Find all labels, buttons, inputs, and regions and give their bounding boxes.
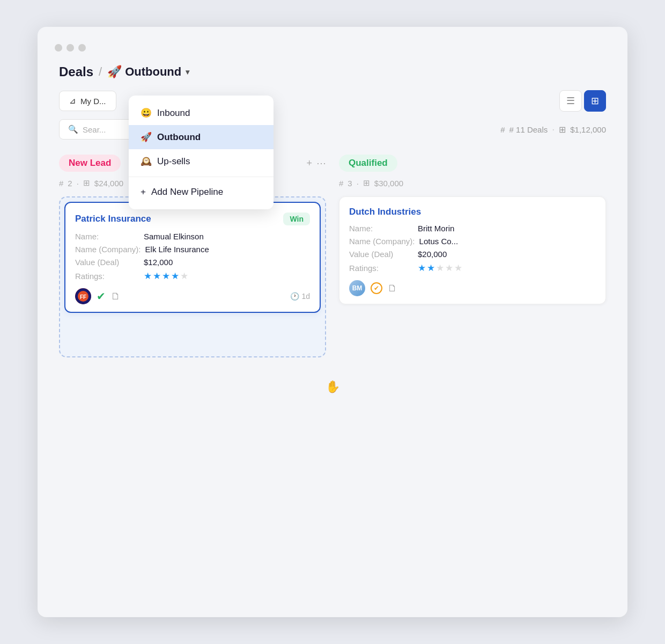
- hash-icon: #: [500, 125, 505, 134]
- dutch-company-field: Name (Company): Lotus Co...: [349, 237, 596, 246]
- outbound-emoji: 🚀: [141, 131, 152, 143]
- inbound-label: Inbound: [157, 108, 190, 119]
- dutch-name-field: Name: Britt Morin: [349, 224, 596, 233]
- tl-close: [55, 44, 62, 52]
- dot-separator: ·: [552, 124, 555, 135]
- new-lead-drag-area: Patrick Insurance Win Name: Samual Elkin…: [59, 196, 326, 357]
- pipeline-dropdown: 😀 Inbound 🚀 Outbound 🕰️ Up-sells + Add N…: [129, 96, 274, 209]
- col-value-q: $30,000: [374, 179, 403, 188]
- col-count-q: 3: [348, 179, 352, 188]
- breadcrumb-deals: Deals: [59, 64, 93, 79]
- chevron-down-icon: ▾: [186, 68, 189, 76]
- deal-card-patrick: Patrick Insurance Win Name: Samual Elkin…: [64, 202, 321, 313]
- deal-value: $12,000: [144, 258, 173, 267]
- app-window: Deals / 🚀 Outbound ▾ 😀 Inbound 🚀 Outboun…: [38, 27, 627, 617]
- deal-card-dutch: Dutch Industries Name: Britt Morin Name …: [339, 196, 606, 304]
- company-value: Elk Life Insurance: [145, 245, 209, 254]
- filter-icon: ⊿: [69, 96, 76, 106]
- deal-title-dutch[interactable]: Dutch Industries: [349, 207, 596, 217]
- col-dot: ·: [77, 179, 79, 188]
- grid-icon-q: ⊞: [363, 178, 370, 188]
- time-value: 1d: [301, 292, 310, 301]
- pipeline-selector[interactable]: 🚀 Outbound ▾: [107, 65, 189, 79]
- d-star-2: ★: [427, 262, 435, 274]
- deal-footer: FF ✔ 🗋 🕐 1d: [75, 288, 310, 304]
- deal-value-field: Value (Deal) $12,000: [75, 258, 310, 267]
- inbound-emoji: 😀: [141, 107, 152, 119]
- view-toggle: ☰ ⊞: [559, 90, 606, 112]
- d-star-3: ★: [436, 262, 444, 274]
- dutch-deal-field: Value (Deal) $20,000: [349, 250, 596, 259]
- grid-view-button[interactable]: ⊞: [584, 90, 606, 112]
- deal-card-header: Patrick Insurance Win: [75, 213, 310, 225]
- dutch-ratings-field: Ratings: ★ ★ ★ ★ ★: [349, 262, 596, 274]
- dutch-company-value: Lotus Co...: [419, 237, 459, 246]
- col-header-qualified: Qualified: [339, 155, 606, 172]
- col-actions-new-lead: + ⋯: [306, 157, 326, 169]
- deal-label: Value (Deal): [75, 258, 139, 267]
- dutch-deal-value: $20,000: [418, 250, 447, 259]
- add-icon: +: [141, 187, 146, 197]
- dropdown-item-upsells[interactable]: 🕰️ Up-sells: [129, 149, 274, 173]
- d-star-1: ★: [418, 262, 426, 274]
- dropdown-item-outbound[interactable]: 🚀 Outbound: [129, 125, 274, 149]
- col-menu-icon[interactable]: ⋯: [316, 157, 326, 169]
- add-new-pipeline-button[interactable]: + Add New Pipeline: [129, 180, 274, 204]
- col-meta-qualified: # 3 · ⊞ $30,000: [339, 178, 606, 188]
- check-green-icon: ✔: [97, 290, 106, 303]
- time-badge: 🕐 1d: [290, 292, 310, 301]
- name-label: Name:: [75, 232, 139, 241]
- dutch-company-label: Name (Company):: [349, 237, 415, 246]
- column-qualified: Qualified # 3 · ⊞ $30,000 Dutch Industri…: [339, 155, 606, 304]
- add-new-pipeline-label: Add New Pipeline: [151, 187, 223, 197]
- dropdown-item-inbound[interactable]: 😀 Inbound: [129, 101, 274, 125]
- grab-cursor: ✋: [326, 380, 340, 394]
- pipeline-emoji: 🚀: [107, 65, 122, 79]
- deal-footer-icons: FF ✔ 🗋: [75, 288, 121, 304]
- pipeline-name: Outbound: [125, 65, 181, 79]
- deals-value: $1,12,000: [570, 125, 606, 134]
- deals-count: # # 11 Deals · ⊞ $1,12,000: [500, 124, 606, 135]
- badge-new-lead: New Lead: [59, 155, 121, 172]
- breadcrumb-separator: /: [99, 65, 102, 79]
- dutch-name-label: Name:: [349, 224, 413, 233]
- star-3: ★: [162, 270, 170, 282]
- upsells-emoji: 🕰️: [141, 156, 152, 167]
- d-star-4: ★: [445, 262, 453, 274]
- star-1: ★: [144, 270, 152, 282]
- name-value: Samual Elkinson: [144, 232, 204, 241]
- add-card-icon[interactable]: +: [306, 158, 312, 169]
- deal-company-field: Name (Company): Elk Life Insurance: [75, 245, 310, 254]
- breadcrumb: Deals / 🚀 Outbound ▾: [59, 64, 606, 79]
- dutch-footer-icons: BM ✔ 🗋: [349, 280, 397, 296]
- dropdown-divider: [129, 177, 274, 177]
- win-badge: Win: [283, 213, 310, 225]
- badge-qualified: Qualified: [339, 155, 397, 172]
- filter-button[interactable]: ⊿ My D...: [59, 91, 116, 111]
- traffic-lights: [38, 44, 627, 64]
- col-dot-q: ·: [357, 179, 359, 188]
- d-star-5: ★: [454, 262, 462, 274]
- search-icon: 🔍: [68, 125, 78, 134]
- col-value: $24,000: [94, 179, 123, 188]
- tl-minimize: [66, 44, 74, 52]
- svg-text:FF: FF: [80, 294, 86, 300]
- dutch-ratings-label: Ratings:: [349, 264, 413, 273]
- file-icon: 🗋: [111, 291, 121, 302]
- dutch-star-rating: ★ ★ ★ ★ ★: [418, 262, 462, 274]
- tl-maximize: [78, 44, 86, 52]
- grid-small-icon: ⊞: [559, 125, 566, 135]
- dutch-deal-label: Value (Deal): [349, 250, 413, 259]
- list-view-button[interactable]: ☰: [559, 90, 582, 112]
- deals-count-label: # 11 Deals: [509, 125, 548, 134]
- deal-name-field: Name: Samual Elkinson: [75, 232, 310, 241]
- company-label: Name (Company):: [75, 245, 141, 254]
- star-rating: ★ ★ ★ ★ ★: [144, 270, 188, 282]
- deal-title[interactable]: Patrick Insurance: [75, 214, 151, 224]
- check-orange-icon: ✔: [371, 282, 382, 294]
- file-icon-dutch: 🗋: [388, 283, 397, 294]
- avatar-dutch: BM: [349, 280, 365, 296]
- col-count: 2: [68, 179, 72, 188]
- search-placeholder: Sear...: [83, 125, 106, 134]
- star-4: ★: [171, 270, 179, 282]
